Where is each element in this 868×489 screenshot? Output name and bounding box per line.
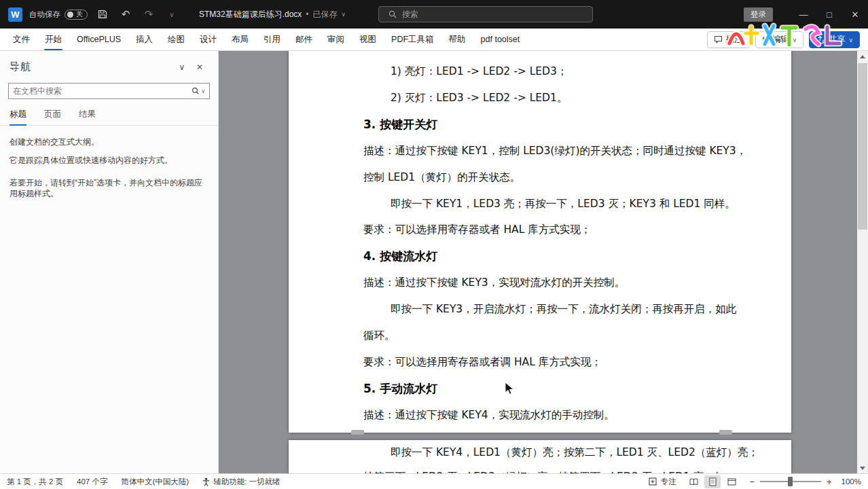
document-search-input[interactable] [13,86,192,96]
tab-draw[interactable]: 绘图 [160,29,192,50]
quick-access-chevron-icon[interactable]: ∨ [164,6,180,22]
web-layout-icon[interactable] [723,475,740,488]
doc-heading: 4. 按键流水灯 [289,243,791,270]
redo-icon[interactable]: ↷ [141,6,157,22]
document-title-menu[interactable]: STM32基础篇课后练习.docx • 已保存 ∨ [199,9,346,20]
doc-heading: 3. 按键开关灯 [289,111,791,138]
scroll-up-icon[interactable] [857,51,868,62]
close-icon[interactable]: ✕ [842,0,868,29]
toggle-switch-icon: 关 [65,10,88,20]
share-icon [816,35,825,44]
autosave-toggle[interactable]: 自动保存 关 [29,10,88,20]
navigation-pane: 导航 ∨ ✕ ∨ 标题 页面 结果 创建文档的交互式大纲。 它是跟踪具体位置或快… [0,51,219,473]
accessibility-label: 辅助功能: 一切就绪 [213,477,280,487]
zoom-out-icon[interactable]: − [749,477,755,487]
accessibility-status[interactable]: 辅助功能: 一切就绪 [202,477,280,487]
tab-view[interactable]: 视图 [352,29,384,50]
comment-icon [714,35,723,44]
sign-in-button[interactable]: 登录 [744,7,773,22]
zoom-percentage[interactable]: 100% [842,477,861,486]
tab-help[interactable]: 帮助 [441,29,473,50]
doc-line: 按第三下，LED2 灭、LED3（绿灯）亮；按第四下，LED3 灭、LED1 亮… [289,465,791,473]
doc-line: 循环。 [289,323,791,349]
pencil-icon: ✎ [762,35,769,45]
tab-home[interactable]: 开始 [37,29,69,50]
tab-mailings[interactable]: 邮件 [288,29,320,50]
word-app-window: W 自动保存 关 ↶ ↷ ∨ STM32基础篇课后练习.docx • 已保存 ∨ [0,0,868,489]
help-paragraph: 创建文档的交互式大纲。 [10,137,207,147]
zoom-in-icon[interactable]: + [827,477,832,487]
tab-insert[interactable]: 插入 [128,29,160,50]
scrollbar-thumb[interactable] [858,63,867,230]
print-layout-icon[interactable] [704,475,721,488]
search-icon [192,87,200,95]
minimize-icon[interactable]: — [791,0,816,29]
comments-label: 批注 [726,34,743,46]
comments-button[interactable]: 批注 [707,31,750,48]
zoom-slider-thumb[interactable] [788,477,793,486]
editing-button[interactable]: ✎ 编辑 ∨ [755,31,804,48]
document-canvas: 1) 亮灯：LED1 -> LED2 -> LED3； 2) 灭灯：LED3 -… [219,51,857,473]
language-status[interactable]: 简体中文(中国大陆) [121,477,189,487]
zoom-slider[interactable] [760,481,821,482]
title-chevron-icon: ∨ [342,11,346,18]
tab-pdf-toolset[interactable]: pdf toolset [473,29,528,50]
doc-line: 描述：通过按下按键 KEY4，实现流水灯的手动控制。 [289,402,791,429]
page-number-status[interactable]: 第 1 页，共 2 页 [7,477,63,487]
tab-pdf-tools[interactable]: PDF工具箱 [384,29,441,50]
help-paragraph: 它是跟踪具体位置或快速移动内容的好方式。 [10,155,207,166]
tab-file[interactable]: 文件 [5,29,37,50]
word-logo-icon: W [8,7,22,22]
autosave-label: 自动保存 [29,10,60,20]
main-area: 导航 ∨ ✕ ∨ 标题 页面 结果 创建文档的交互式大纲。 它是跟踪具体位置或快… [0,51,868,473]
tab-design[interactable]: 设计 [192,29,224,50]
doc-line: 即按一下 KEY4，LED1（黄灯）亮；按第二下，LED1 灭、LED2（蓝灯）… [289,440,791,465]
doc-line: 要求：可以选择用寄存器或者 HAL 库方式实现； [289,217,791,243]
focus-mode-button[interactable]: 专注 [649,477,676,487]
tab-review[interactable]: 审阅 [320,29,352,50]
nav-tab-pages[interactable]: 页面 [44,109,61,125]
document-search-box[interactable]: ∨ [8,83,210,99]
pane-close-icon[interactable]: ✕ [191,62,209,72]
search-options-chevron-icon[interactable]: ∨ [201,88,205,94]
vertical-scrollbar[interactable] [857,51,868,473]
tab-officeplus[interactable]: OfficePLUS [69,29,128,50]
doc-line: 要求：可以选择用寄存器或者调 HAL 库方式实现； [289,349,791,376]
focus-label: 专注 [660,477,676,487]
chevron-down-icon: ∨ [848,37,853,43]
read-mode-icon[interactable] [685,475,702,488]
page-break-marker[interactable] [351,430,364,435]
zoom-control: − + [749,477,831,487]
navigation-tabs: 标题 页面 结果 [0,99,218,126]
tab-references[interactable]: 引用 [256,29,288,50]
accessibility-person-icon [202,477,210,486]
editing-label: 编辑 [772,34,789,46]
doc-line: 2) 灭灯：LED3 -> LED2 -> LED1。 [289,85,791,111]
document-page-2[interactable]: 即按一下 KEY4，LED1（黄灯）亮；按第二下，LED1 灭、LED2（蓝灯）… [289,440,791,473]
save-status: 已保存 [313,9,338,20]
doc-heading: 5. 手动流水灯 [289,376,791,402]
pane-options-chevron-icon[interactable]: ∨ [173,62,191,72]
word-count-status[interactable]: 407 个字 [77,477,107,487]
tab-layout[interactable]: 布局 [224,29,256,50]
doc-line: 描述：通过按下按键 KEY1，控制 LED3(绿灯)的开关状态；同时通过按键 K… [289,138,791,164]
doc-line: 即按一下 KEY1，LED3 亮；再按一下，LED3 灭；KEY3 和 LED1… [289,191,791,217]
autosave-state: 关 [76,10,83,19]
nav-tab-results[interactable]: 结果 [79,109,96,125]
save-icon[interactable] [94,6,111,22]
nav-tab-headings[interactable]: 标题 [10,109,26,125]
document-page-1[interactable]: 1) 亮灯：LED1 -> LED2 -> LED3； 2) 灭灯：LED3 -… [289,51,791,433]
search-box[interactable]: 搜索 [378,6,593,22]
ribbon-tab-bar: 文件 开始 OfficePLUS 插入 绘图 设计 布局 引用 邮件 审阅 视图… [0,29,868,51]
navigation-help-text: 创建文档的交互式大纲。 它是跟踪具体位置或快速移动内容的好方式。 若要开始，请转… [0,126,218,199]
undo-icon[interactable]: ↶ [117,6,134,22]
share-button[interactable]: 共享 ∨ [809,31,860,48]
search-placeholder: 搜索 [402,9,418,20]
focus-icon [649,477,657,486]
help-paragraph: 若要开始，请转到“开始”选项卡，并向文档中的标题应用标题样式。 [10,177,207,199]
navigation-pane-title: 导航 [10,60,173,73]
maximize-icon[interactable]: □ [816,0,842,29]
page-break-marker[interactable] [719,430,732,435]
search-icon [388,10,397,18]
scroll-down-icon[interactable] [857,463,868,473]
